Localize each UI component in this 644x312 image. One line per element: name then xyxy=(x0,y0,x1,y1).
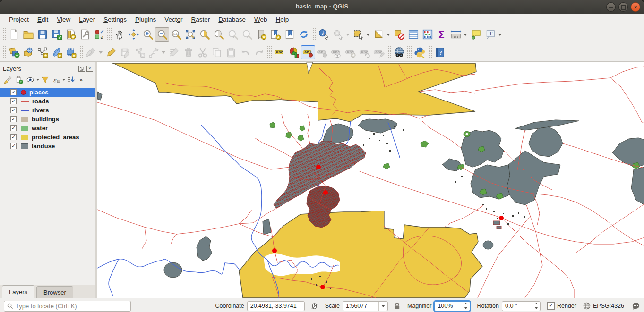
measure-button-dropdown-icon[interactable] xyxy=(464,34,467,36)
minimize-button[interactable] xyxy=(606,2,616,12)
menu-view[interactable]: View xyxy=(52,15,75,24)
menu-project[interactable]: Project xyxy=(5,15,33,24)
bookmarks-panel-button[interactable] xyxy=(283,27,297,42)
layout-manager-button[interactable] xyxy=(78,27,92,42)
panel-close-icon[interactable]: × xyxy=(86,66,93,72)
current-edits-button[interactable] xyxy=(84,45,98,59)
pin-labels-button[interactable]: ab xyxy=(301,45,315,59)
zoom-native-button[interactable]: 1:1 xyxy=(169,27,183,42)
modify-attributes-button[interactable] xyxy=(167,45,181,59)
crs-status-button[interactable]: EPSG:4326 xyxy=(583,302,624,310)
open-attribute-table-button[interactable] xyxy=(406,27,421,42)
new-virtual-layer-button[interactable] xyxy=(64,45,78,59)
cut-features-button[interactable] xyxy=(196,45,210,59)
layer-checkbox-protected_areas[interactable]: ✓ xyxy=(10,134,17,140)
layer-item-places[interactable]: ✓places xyxy=(0,88,95,97)
save-project-as-button[interactable] xyxy=(50,27,64,42)
layer-checkbox-landuse[interactable]: ✓ xyxy=(10,143,17,149)
select-by-expression-button[interactable] xyxy=(372,27,386,42)
add-group-button[interactable] xyxy=(13,74,25,85)
run-feature-action-button[interactable] xyxy=(331,27,345,42)
pan-to-selection-button[interactable] xyxy=(127,27,141,42)
toolbar-grip[interactable] xyxy=(107,28,112,41)
layer-item-rivers[interactable]: ✓rivers xyxy=(0,106,95,115)
move-label-button[interactable]: abc xyxy=(343,45,358,59)
vertex-tool-button-dropdown-icon[interactable] xyxy=(162,51,165,54)
tab-browser[interactable]: Browser xyxy=(36,286,73,298)
zoom-full-button[interactable] xyxy=(183,27,197,42)
rotate-label-button[interactable]: abc xyxy=(358,45,372,59)
rotation-spin-buttons[interactable] xyxy=(532,302,540,311)
menu-help[interactable]: Help xyxy=(272,15,293,24)
menu-database[interactable]: Database xyxy=(214,15,250,24)
layer-labeling-button[interactable]: abc xyxy=(273,45,287,59)
python-console-button[interactable] xyxy=(412,45,427,59)
title-bar[interactable]: basic_map - QGIS ✕ xyxy=(0,0,644,14)
scale-dropdown-icon[interactable] xyxy=(378,302,387,311)
menu-raster[interactable]: Raster xyxy=(187,15,215,24)
locate-search-input[interactable]: Type to locate (Ctrl+K) xyxy=(4,301,131,312)
new-print-layout-button[interactable] xyxy=(64,27,78,42)
toolbar-grip[interactable] xyxy=(387,46,391,59)
lock-scale-icon[interactable] xyxy=(394,302,401,310)
toolbar-grip[interactable] xyxy=(407,46,412,59)
menu-plugins[interactable]: Plugins xyxy=(131,15,160,24)
menu-vector[interactable]: Vector xyxy=(160,15,187,24)
render-checkbox[interactable]: ✓ xyxy=(547,302,555,310)
open-layer-styling-button[interactable] xyxy=(2,74,13,85)
zoom-to-selection-button[interactable] xyxy=(197,27,212,42)
overflow-button[interactable]: » xyxy=(77,74,88,85)
current-edits-button-dropdown-icon[interactable] xyxy=(99,51,103,54)
map-tips-button[interactable] xyxy=(469,27,483,42)
undo-button[interactable] xyxy=(238,45,252,59)
unpin-labels-button[interactable]: ab xyxy=(315,45,329,59)
vertex-tool-button[interactable] xyxy=(147,45,161,59)
select-features-button[interactable] xyxy=(352,27,366,42)
layer-checkbox-rivers[interactable]: ✓ xyxy=(10,107,17,113)
menu-web[interactable]: Web xyxy=(250,15,272,24)
close-button[interactable]: ✕ xyxy=(631,2,640,12)
filter-by-expression-button[interactable]: ε xyxy=(51,74,62,85)
new-project-button[interactable] xyxy=(7,27,21,42)
layer-item-roads[interactable]: ✓roads xyxy=(0,97,95,106)
show-hide-labels-button[interactable]: abc xyxy=(329,45,343,59)
menu-edit[interactable]: Edit xyxy=(33,15,52,24)
rotation-spinbox[interactable]: 0.0 ° xyxy=(502,301,541,311)
map-canvas[interactable] xyxy=(97,62,644,298)
filter-legend-button[interactable] xyxy=(39,74,51,85)
toggle-editing-button[interactable] xyxy=(104,45,119,59)
menu-settings[interactable]: Settings xyxy=(99,15,131,24)
new-spatialite-button[interactable] xyxy=(50,45,64,59)
toolbar-grip[interactable] xyxy=(2,28,6,41)
change-label-button[interactable]: abc xyxy=(372,45,386,59)
layer-diagram-button[interactable] xyxy=(287,45,301,59)
layer-checkbox-roads[interactable]: ✓ xyxy=(10,98,17,104)
scale-combobox[interactable]: 1:56077 xyxy=(343,301,388,311)
open-project-button[interactable] xyxy=(21,27,35,42)
show-bookmarks-button[interactable] xyxy=(268,27,283,42)
metasearch-button[interactable] xyxy=(392,45,406,59)
messages-icon[interactable] xyxy=(632,302,640,310)
save-layer-edits-button[interactable] xyxy=(119,45,133,59)
select-features-button-dropdown-icon[interactable] xyxy=(366,34,370,36)
magnifier-spin-buttons[interactable] xyxy=(462,302,470,311)
toolbar-grip[interactable] xyxy=(428,46,432,59)
data-source-manager-button[interactable] xyxy=(7,45,21,59)
field-calculator-button[interactable] xyxy=(421,27,435,42)
manage-map-themes-button[interactable] xyxy=(25,74,36,85)
layer-item-protected_areas[interactable]: ✓protected_areas xyxy=(0,133,95,142)
identify-features-button[interactable]: i xyxy=(317,27,331,42)
paste-features-button[interactable] xyxy=(224,45,238,59)
refresh-button[interactable] xyxy=(297,27,311,42)
toolbar-grip[interactable] xyxy=(79,46,83,59)
new-bookmark-button[interactable] xyxy=(254,27,268,42)
text-annotation-button-dropdown-icon[interactable] xyxy=(498,34,502,36)
layer-item-water[interactable]: ✓water xyxy=(0,124,95,133)
measure-button[interactable] xyxy=(449,27,463,42)
save-project-button[interactable] xyxy=(35,27,50,42)
tab-layers[interactable]: Layers xyxy=(2,285,34,298)
style-manager-button[interactable]: a xyxy=(92,27,106,42)
select-by-expression-button-dropdown-icon[interactable] xyxy=(386,34,390,36)
run-feature-action-button-dropdown-icon[interactable] xyxy=(346,34,350,36)
toolbar-grip[interactable] xyxy=(267,46,272,59)
